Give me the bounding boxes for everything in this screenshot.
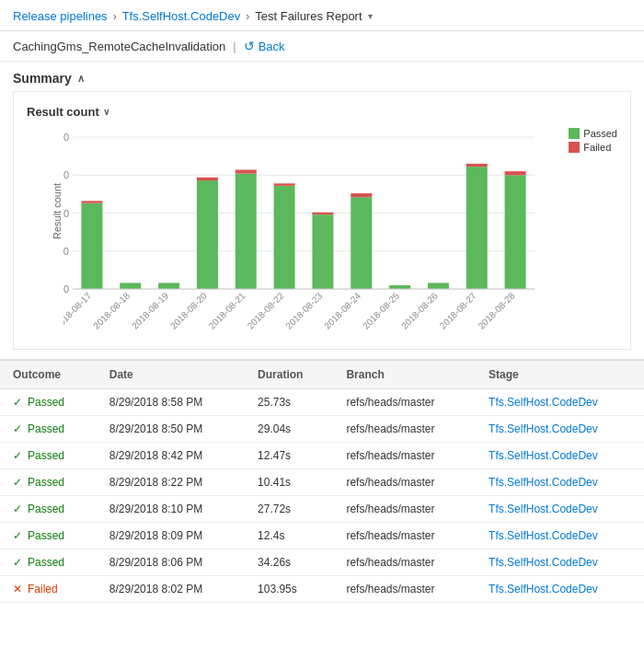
svg-rect-32 [351, 193, 372, 197]
cell-date: 8/29/2018 8:06 PM [97, 549, 245, 576]
cell-date: 8/29/2018 8:50 PM [97, 416, 245, 443]
cell-date: 8/29/2018 8:42 PM [97, 443, 245, 469]
svg-text:2018-08-21: 2018-08-21 [207, 290, 247, 330]
chart-title-label: Result count [27, 105, 99, 119]
svg-rect-39 [466, 164, 488, 167]
chart-area: Result count Passed Failed 0501001502002… [63, 128, 617, 340]
cell-duration: 27.72s [245, 496, 333, 523]
table-row: ✕ Failed 8/29/2018 8:02 PM 103.95s refs/… [0, 576, 644, 603]
cell-branch: refs/heads/master [333, 496, 476, 523]
svg-rect-22 [236, 174, 257, 289]
outcome-check-icon: ✓ [13, 503, 22, 515]
cell-date: 8/29/2018 8:58 PM [97, 389, 245, 416]
breadcrumb-pipeline[interactable]: Tfs.SelfHost.CodeDev [122, 9, 241, 23]
svg-rect-23 [236, 169, 257, 173]
cell-outcome: ✓ Passed [0, 496, 97, 523]
svg-rect-31 [351, 197, 372, 289]
cell-stage[interactable]: Tfs.SelfHost.CodeDev [476, 416, 644, 443]
svg-rect-28 [312, 214, 333, 289]
svg-rect-25 [274, 186, 295, 289]
chart-title: Result count ∨ [27, 105, 617, 119]
svg-text:2018-08-22: 2018-08-22 [246, 290, 286, 330]
cell-date: 8/29/2018 8:22 PM [97, 469, 245, 496]
svg-text:150: 150 [63, 169, 69, 180]
svg-rect-29 [312, 213, 333, 214]
col-branch: Branch [333, 361, 476, 389]
outcome-check-icon: ✓ [13, 529, 22, 542]
cell-outcome: ✓ Passed [0, 469, 97, 496]
svg-text:0: 0 [63, 283, 69, 295]
outcome-label: Failed [28, 583, 58, 595]
legend-failed-dot [569, 142, 580, 153]
legend-failed: Failed [569, 142, 617, 153]
summary-label: Summary [13, 71, 72, 86]
svg-rect-13 [81, 201, 102, 202]
y-axis-label: Result count [52, 183, 63, 239]
outcome-check-icon: ✓ [13, 422, 22, 435]
svg-rect-12 [81, 203, 102, 289]
svg-text:2018-08-26: 2018-08-26 [399, 290, 440, 330]
svg-text:2018-08-28: 2018-08-28 [477, 290, 517, 330]
svg-text:50: 50 [63, 246, 69, 257]
cell-stage[interactable]: Tfs.SelfHost.CodeDev [476, 523, 644, 549]
svg-text:200: 200 [63, 132, 69, 143]
cell-branch: refs/heads/master [333, 416, 476, 443]
svg-text:2018-08-18: 2018-08-18 [91, 290, 132, 330]
table-row: ✓ Passed 8/29/2018 8:50 PM 29.04s refs/h… [0, 416, 644, 443]
svg-text:2018-08-17: 2018-08-17 [63, 290, 94, 330]
svg-rect-0 [569, 128, 580, 139]
cell-outcome: ✓ Passed [0, 549, 97, 576]
chart-title-dropdown-icon[interactable]: ∨ [103, 107, 109, 117]
cell-branch: refs/heads/master [333, 469, 476, 496]
svg-text:2018-08-24: 2018-08-24 [322, 290, 362, 330]
header-dropdown-icon[interactable]: ▾ [368, 11, 373, 21]
cell-branch: refs/heads/master [333, 523, 476, 549]
outcome-label: Passed [28, 422, 64, 435]
outcome-label: Passed [28, 476, 64, 489]
summary-section-header: Summary ∧ [0, 62, 644, 91]
svg-rect-41 [505, 175, 526, 289]
cell-duration: 103.95s [245, 576, 333, 603]
legend-passed: Passed [569, 128, 617, 139]
table-row: ✓ Passed 8/29/2018 8:58 PM 25.73s refs/h… [0, 389, 644, 416]
svg-text:2018-08-19: 2018-08-19 [130, 290, 170, 330]
svg-rect-26 [274, 183, 295, 185]
cell-date: 8/29/2018 8:02 PM [97, 576, 245, 603]
legend-passed-label: Passed [583, 128, 617, 139]
breadcrumb-bar-divider: | [233, 40, 236, 53]
table-header-row: Outcome Date Duration Branch Stage [0, 361, 644, 389]
page-header: Release pipelines › Tfs.SelfHost.CodeDev… [0, 0, 644, 31]
cell-stage[interactable]: Tfs.SelfHost.CodeDev [476, 576, 644, 603]
svg-text:2018-08-23: 2018-08-23 [283, 290, 324, 330]
svg-rect-36 [428, 283, 449, 289]
col-outcome: Outcome [0, 361, 97, 389]
cell-stage[interactable]: Tfs.SelfHost.CodeDev [476, 496, 644, 523]
cell-duration: 34.26s [245, 549, 333, 576]
cell-stage[interactable]: Tfs.SelfHost.CodeDev [476, 549, 644, 576]
svg-rect-20 [197, 178, 218, 180]
collapse-icon[interactable]: ∧ [77, 73, 85, 85]
outcome-label: Passed [28, 449, 64, 462]
results-table: Outcome Date Duration Branch Stage ✓ Pas… [0, 361, 644, 603]
cell-stage[interactable]: Tfs.SelfHost.CodeDev [476, 389, 644, 416]
cell-duration: 25.73s [245, 389, 333, 416]
outcome-cross-icon: ✕ [13, 583, 22, 595]
back-button[interactable]: ↺ Back [244, 39, 285, 53]
breadcrumb-sep-1: › [113, 10, 117, 23]
legend-passed-dot [569, 128, 580, 139]
svg-rect-15 [120, 283, 141, 289]
chart-legend: Passed Failed [569, 128, 617, 153]
cell-outcome: ✓ Passed [0, 523, 97, 549]
table-row: ✓ Passed 8/29/2018 8:06 PM 34.26s refs/h… [0, 549, 644, 576]
cell-stage[interactable]: Tfs.SelfHost.CodeDev [476, 469, 644, 496]
cell-duration: 10.41s [245, 469, 333, 496]
cell-stage[interactable]: Tfs.SelfHost.CodeDev [476, 443, 644, 469]
svg-rect-42 [505, 171, 526, 175]
cell-duration: 12.47s [245, 443, 333, 469]
svg-rect-34 [389, 285, 410, 289]
cell-branch: refs/heads/master [333, 443, 476, 469]
breadcrumb-releases[interactable]: Release pipelines [13, 9, 108, 23]
cell-outcome: ✕ Failed [0, 576, 97, 603]
cell-branch: refs/heads/master [333, 549, 476, 576]
svg-rect-17 [158, 283, 179, 289]
